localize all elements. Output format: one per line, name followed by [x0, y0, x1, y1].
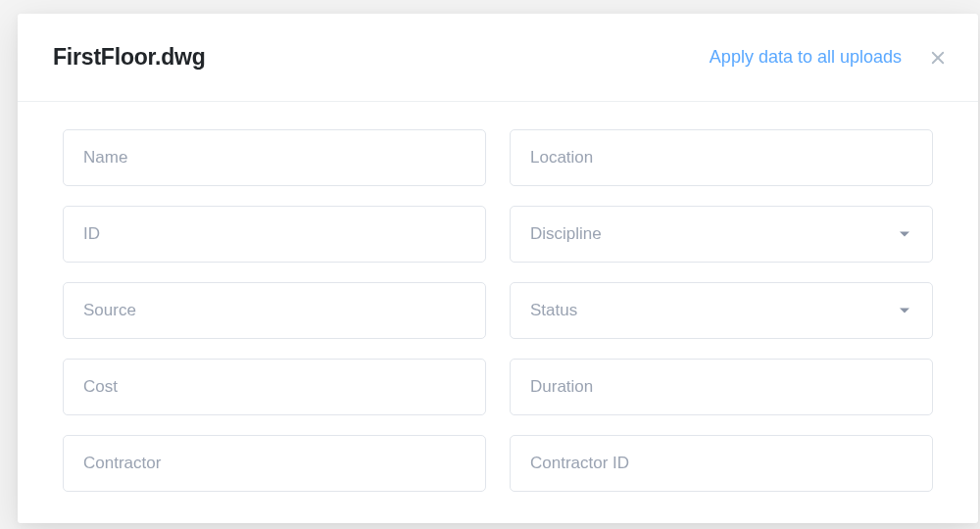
field-placeholder: Status	[530, 301, 577, 320]
modal-header: FirstFloor.dwg Apply data to all uploads	[18, 14, 978, 102]
field-placeholder: Cost	[83, 377, 118, 397]
field-placeholder: Contractor ID	[530, 454, 629, 473]
name-field[interactable]: Name	[63, 129, 486, 186]
form-grid: Name Location ID Discipline Source Statu…	[63, 129, 933, 492]
id-field[interactable]: ID	[63, 206, 486, 263]
location-field[interactable]: Location	[510, 129, 933, 186]
field-placeholder: Location	[530, 148, 593, 168]
field-placeholder: ID	[83, 224, 100, 244]
cost-field[interactable]: Cost	[63, 359, 486, 415]
chevron-down-icon	[899, 230, 910, 238]
chevron-down-icon	[899, 307, 910, 314]
field-placeholder: Source	[83, 301, 136, 320]
source-field[interactable]: Source	[63, 282, 486, 339]
apply-all-link[interactable]: Apply data to all uploads	[710, 47, 902, 68]
modal-title: FirstFloor.dwg	[53, 44, 206, 71]
contractor-field[interactable]: Contractor	[63, 435, 486, 492]
field-placeholder: Duration	[530, 377, 593, 397]
header-actions: Apply data to all uploads	[710, 47, 947, 68]
field-placeholder: Discipline	[530, 224, 602, 244]
discipline-select[interactable]: Discipline	[510, 206, 933, 263]
field-placeholder: Name	[83, 148, 127, 168]
modal-body: Name Location ID Discipline Source Statu…	[18, 102, 978, 523]
upload-metadata-modal: FirstFloor.dwg Apply data to all uploads…	[18, 14, 978, 523]
duration-field[interactable]: Duration	[510, 359, 933, 415]
contractor-id-field[interactable]: Contractor ID	[510, 435, 933, 492]
close-icon[interactable]	[929, 49, 947, 67]
status-select[interactable]: Status	[510, 282, 933, 339]
field-placeholder: Contractor	[83, 454, 161, 473]
